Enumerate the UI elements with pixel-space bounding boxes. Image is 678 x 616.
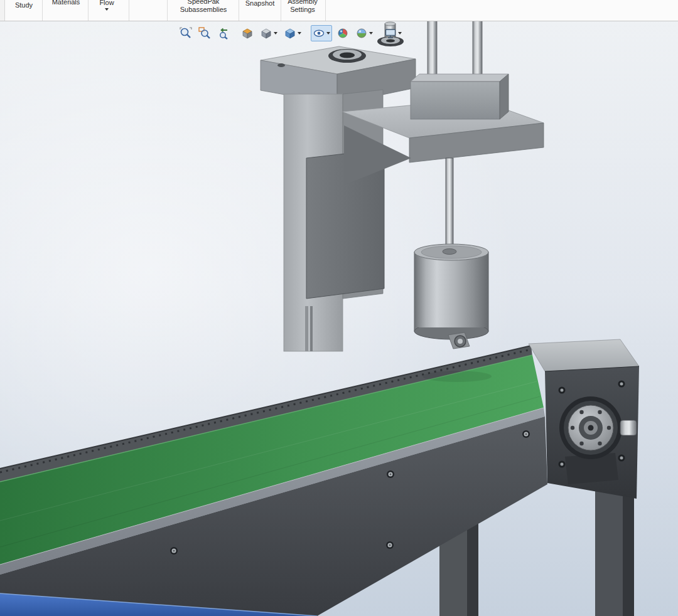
view-orientation-button[interactable] [258,25,279,41]
ribbon-separator [42,0,43,21]
edit-appearance-icon [336,27,349,40]
zoom-to-area-icon [198,27,211,40]
ribbon-item-materials[interactable]: Materials [45,0,87,6]
ribbon-separator [129,0,129,21]
ribbon-separator [167,0,168,21]
ribbon-item-label: Assembly [282,0,323,6]
previous-view-button[interactable] [215,25,232,41]
section-view-icon [241,27,254,40]
ribbon-separator [239,0,239,21]
conveyor-end-top[interactable] [529,339,639,371]
view-settings-button[interactable] [382,25,404,41]
ribbon-item-label: Study [6,1,41,9]
view-settings-icon [384,27,397,40]
chevron-down-icon[interactable] [298,32,301,35]
ribbon-item-label: SpeedPak [171,0,236,6]
ribbon-item-label: Settings [282,6,323,14]
heads-up-view-toolbar [178,25,406,41]
ribbon-item-flow[interactable]: Flow [92,0,122,11]
chevron-down-icon [105,8,109,11]
ribbon-item-motion-study[interactable]: Motion Study [6,0,41,9]
bearing-collar-large[interactable] [328,49,366,63]
hide-show-items-button[interactable] [311,25,332,41]
ram-shadow [422,371,492,382]
plate-bolt [277,63,285,67]
display-style-icon [284,27,296,40]
section-view-button[interactable] [239,25,256,41]
apply-scene-button[interactable] [353,25,375,41]
ribbon-item-speedpak-subassemblies[interactable]: SpeedPak Subassemblies [171,0,236,14]
chevron-down-icon[interactable] [369,32,373,35]
ribbon: Motion Study Materials Flow SpeedPak Sub… [0,0,678,21]
ribbon-item-snapshot[interactable]: Snapshot [241,0,279,8]
pneumatic-cylinder-block[interactable] [411,74,508,119]
ribbon-item-label: Subassemblies [171,6,236,14]
zoom-to-area-button[interactable] [196,25,213,41]
bearing-shaft[interactable] [620,420,637,435]
ribbon-separator [325,0,326,21]
ribbon-item-assembly-settings[interactable]: Assembly Settings [282,0,323,14]
previous-view-icon [217,27,230,40]
chevron-down-icon[interactable] [326,32,330,35]
solidworks-window: Motion Study Materials Flow SpeedPak Sub… [0,0,678,616]
graphics-viewport[interactable] [0,0,678,616]
ribbon-separator [88,0,89,21]
chevron-down-icon[interactable] [274,32,277,35]
ribbon-separator [281,0,281,21]
zoom-to-fit-button[interactable] [178,25,194,41]
ribbon-left-edge [0,0,5,21]
chevron-down-icon[interactable] [398,32,402,35]
zoom-to-fit-icon [180,27,192,40]
apply-scene-icon [355,27,368,40]
ribbon-item-label: Flow [92,0,122,7]
display-style-button[interactable] [282,25,303,41]
hide-show-items-icon [313,27,325,40]
ribbon-item-label: Materials [45,0,87,6]
ram-cylinder[interactable] [414,244,488,349]
piston-rod[interactable] [446,158,453,253]
edit-appearance-button[interactable] [335,25,351,41]
view-orientation-icon [260,27,272,40]
ribbon-item-label: Snapshot [241,0,279,8]
